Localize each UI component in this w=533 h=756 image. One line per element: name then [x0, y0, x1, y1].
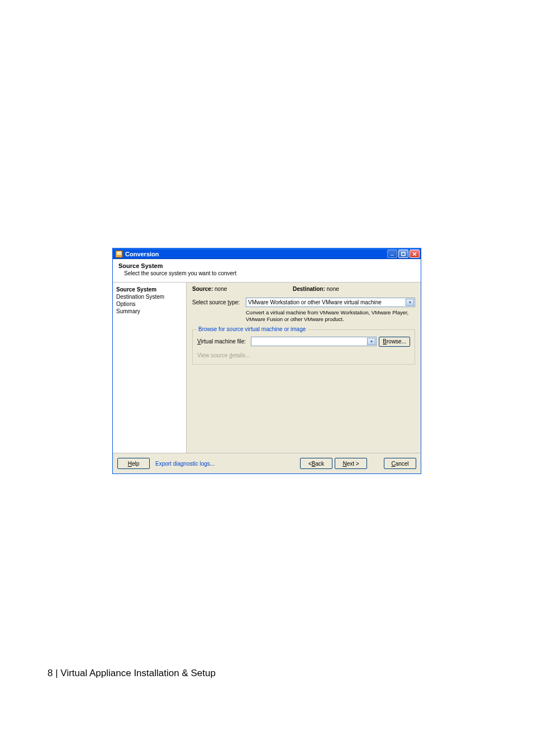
- svg-rect-1: [117, 252, 121, 253]
- browse-fieldset: Browse for source virtual machine or ima…: [192, 329, 415, 365]
- sidebar-item-options[interactable]: Options: [116, 300, 183, 308]
- export-diagnostic-logs-link[interactable]: Export diagnostic logs...: [155, 461, 215, 467]
- wizard-steps-sidebar: Source System Destination System Options…: [113, 283, 187, 453]
- maximize-button[interactable]: [398, 250, 408, 258]
- window-controls: [387, 250, 420, 258]
- source-label: Source:: [192, 286, 213, 292]
- back-button[interactable]: < Back: [300, 458, 332, 469]
- minimize-button: [387, 250, 397, 258]
- destination-value: none: [327, 286, 339, 292]
- sidebar-item-destination-system[interactable]: Destination System: [116, 293, 183, 300]
- page-footer-title: Virtual Appliance Installation & Setup: [60, 668, 216, 678]
- wizard-header-title: Source System: [118, 262, 415, 269]
- source-type-dropdown[interactable]: VMware Workstation or other VMware virtu…: [246, 298, 415, 307]
- window-title: Conversion: [125, 251, 387, 257]
- source-type-dropdown-value: VMware Workstation or other VMware virtu…: [248, 299, 382, 305]
- browse-button[interactable]: Browse...: [379, 337, 410, 347]
- svg-rect-4: [402, 252, 405, 256]
- help-button[interactable]: Help: [117, 458, 150, 469]
- wizard-header: Source System Select the source system y…: [113, 259, 421, 283]
- select-source-type-label: Select source type:: [192, 299, 246, 305]
- next-button[interactable]: Next >: [335, 458, 367, 469]
- chevron-down-icon: ▾: [367, 338, 375, 345]
- cancel-button[interactable]: Cancel: [384, 458, 416, 469]
- browse-fieldset-legend: Browse for source virtual machine or ima…: [197, 326, 307, 332]
- source-value: none: [215, 286, 227, 292]
- app-icon: [115, 250, 123, 258]
- chevron-down-icon: ▾: [406, 299, 414, 306]
- vm-file-label: Virtual machine file:: [197, 338, 249, 344]
- svg-rect-2: [117, 253, 121, 255]
- destination-label: Destination:: [293, 286, 325, 292]
- source-type-hint: Convert a virtual machine from VMware Wo…: [192, 308, 415, 323]
- titlebar[interactable]: Conversion: [113, 248, 421, 259]
- page-footer-line: 8 | Virtual Appliance Installation & Set…: [47, 668, 216, 679]
- wizard-content: Source: none Destination: none Select so…: [187, 283, 421, 453]
- sidebar-item-source-system[interactable]: Source System: [116, 286, 183, 293]
- vm-file-combo[interactable]: ▾: [251, 337, 377, 346]
- conversion-window: Conversion Source System Select the sour…: [112, 248, 421, 474]
- view-source-details-link: View source details...: [197, 352, 410, 358]
- sidebar-item-summary[interactable]: Summary: [116, 308, 183, 315]
- wizard-footer: Help Export diagnostic logs... < Back Ne…: [113, 453, 421, 473]
- close-button[interactable]: [410, 250, 420, 258]
- wizard-header-subtitle: Select the source system you want to con…: [118, 269, 415, 276]
